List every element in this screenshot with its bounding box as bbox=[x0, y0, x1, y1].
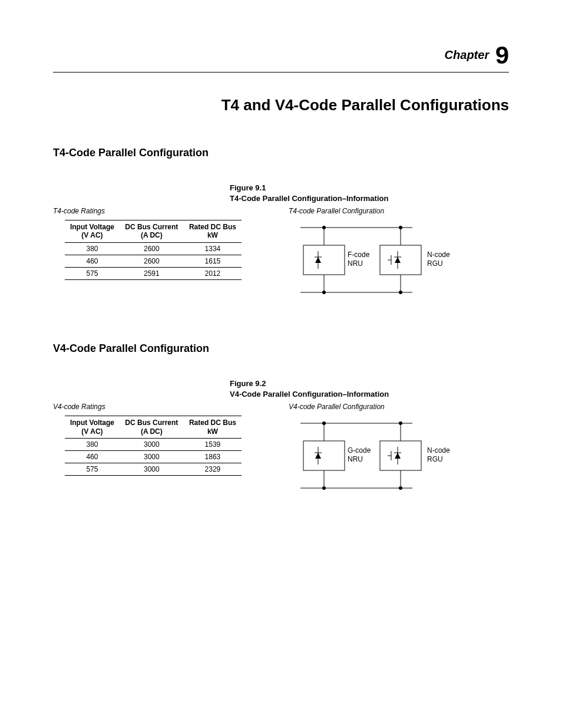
svg-text:F-code: F-code bbox=[348, 251, 370, 259]
svg-text:G-code: G-code bbox=[348, 446, 371, 454]
ratings-caption: T4-code Ratings bbox=[53, 207, 247, 215]
svg-text:RGU: RGU bbox=[427, 259, 443, 268]
chapter-header: Chapter 9 bbox=[53, 41, 509, 73]
svg-rect-29 bbox=[303, 441, 345, 470]
figure-number: Figure 9.2 bbox=[230, 378, 509, 389]
svg-text:N-code: N-code bbox=[427, 446, 450, 454]
figure-number: Figure 9.1 bbox=[230, 183, 509, 193]
ratings-caption: V4-code Ratings bbox=[53, 403, 247, 411]
col-header: DC Bus Current(A DC) bbox=[120, 220, 184, 243]
svg-text:RGU: RGU bbox=[427, 455, 443, 463]
svg-text:NRU: NRU bbox=[348, 259, 363, 268]
page-title: T4 and V4-Code Parallel Configurations bbox=[53, 96, 509, 114]
parallel-config-diagram-v4: G-code NRU N-code RGU bbox=[265, 414, 465, 503]
svg-rect-5 bbox=[303, 245, 345, 275]
table-row: 46030001863 bbox=[65, 450, 242, 463]
figure-title: T4-Code Parallel Configuration–Informati… bbox=[230, 193, 509, 204]
section-title-v4: V4-Code Parallel Configuration bbox=[53, 342, 509, 355]
col-header: Rated DC BuskW bbox=[184, 220, 242, 243]
diagram-caption: V4-code Parallel Configuration bbox=[289, 403, 509, 411]
figure-title: V4-Code Parallel Configuration–Informati… bbox=[230, 389, 509, 400]
svg-rect-30 bbox=[380, 441, 421, 470]
section-title-t4: T4-Code Parallel Configuration bbox=[53, 147, 509, 159]
chapter-number: 9 bbox=[495, 41, 509, 69]
parallel-config-diagram-t4: F-code NRU N-code RGU bbox=[265, 219, 465, 307]
table-row: 57530002329 bbox=[65, 463, 242, 475]
table-row: 38026001334 bbox=[65, 242, 242, 255]
ratings-table-t4: Input Voltage(V AC) DC Bus Current(A DC)… bbox=[65, 220, 242, 280]
chapter-label: Chapter bbox=[445, 48, 490, 61]
svg-text:N-code: N-code bbox=[427, 251, 450, 259]
table-row: 46026001615 bbox=[65, 255, 242, 267]
table-row: 38030001539 bbox=[65, 438, 242, 450]
diagram-caption: T4-code Parallel Configuration bbox=[289, 207, 509, 215]
col-header: DC Bus Current(A DC) bbox=[120, 416, 184, 439]
svg-text:NRU: NRU bbox=[348, 455, 363, 463]
ratings-table-v4: Input Voltage(V AC) DC Bus Current(A DC)… bbox=[65, 416, 242, 476]
col-header: Input Voltage(V AC) bbox=[65, 416, 120, 439]
svg-rect-6 bbox=[380, 245, 421, 275]
col-header: Rated DC BuskW bbox=[184, 416, 242, 439]
figure-header-t4: Figure 9.1 T4-Code Parallel Configuratio… bbox=[230, 183, 509, 203]
figure-header-v4: Figure 9.2 V4-Code Parallel Configuratio… bbox=[230, 378, 509, 399]
col-header: Input Voltage(V AC) bbox=[65, 220, 120, 243]
table-row: 57525912012 bbox=[65, 267, 242, 279]
